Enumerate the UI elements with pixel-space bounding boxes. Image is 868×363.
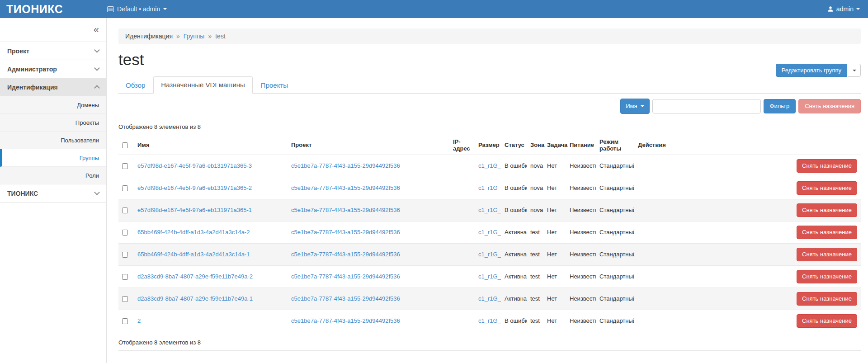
sidebar-collapse-button[interactable]: « xyxy=(94,25,99,35)
context-label: Default • admin xyxy=(117,5,160,13)
chevron-down-icon xyxy=(94,189,100,195)
row-checkbox[interactable] xyxy=(122,230,128,236)
sidebar-item-roles[interactable]: Роли xyxy=(0,167,106,184)
task-cell: Нет xyxy=(547,251,557,258)
flavor-link[interactable]: c1_r1G_d0 xyxy=(478,273,501,280)
power-cell: Неизвестно xyxy=(570,207,596,213)
remove-assignment-button[interactable]: Снять назначение xyxy=(797,248,857,261)
row-checkbox[interactable] xyxy=(122,252,128,258)
zone-cell: test xyxy=(530,317,540,324)
breadcrumb-separator: » xyxy=(176,33,180,40)
flavor-link[interactable]: c1_r1G_d0 xyxy=(478,162,501,169)
work-mode-cell: Стандартный xyxy=(599,251,634,258)
remove-assignment-button[interactable]: Снять назначение xyxy=(797,159,857,173)
page-title: test xyxy=(118,51,861,69)
breadcrumb-item-groups-link[interactable]: Группы xyxy=(184,33,205,40)
vm-name-link[interactable]: 65bb469f-424b-4dff-a1d3-4a2d41a3c14a-2 xyxy=(137,229,250,236)
main-content: Идентификация » Группы » test test Редак… xyxy=(107,28,868,351)
remove-assignments-button[interactable]: Снять назначения xyxy=(798,99,861,113)
sidebar-section-project[interactable]: Проект xyxy=(0,42,106,60)
vm-name-link[interactable]: d2a83cd9-8ba7-4807-a29e-f59e11b7e49a-1 xyxy=(137,295,253,302)
status-cell: Активна xyxy=(505,251,527,258)
column-header-task: Задача xyxy=(543,136,566,155)
filter-button[interactable]: Фильтр xyxy=(764,99,796,113)
vm-name-link[interactable]: 2 xyxy=(137,317,141,324)
task-cell: Нет xyxy=(547,273,557,280)
chevron-down-icon xyxy=(853,70,856,71)
remove-assignment-button[interactable]: Снять назначение xyxy=(797,203,857,217)
zone-cell: test xyxy=(530,273,540,280)
sidebar-section-identity[interactable]: Идентификация xyxy=(0,78,106,96)
project-link[interactable]: c5e1be7a-7787-4f43-a155-29d94492f536 xyxy=(291,162,400,169)
sidebar-item-label: Роли xyxy=(85,172,99,179)
remove-assignment-button[interactable]: Снять назначение xyxy=(797,314,857,328)
status-cell: Активна xyxy=(505,295,527,302)
project-link[interactable]: c5e1be7a-7787-4f43-a155-29d94492f536 xyxy=(291,295,400,302)
zone-cell: test xyxy=(530,229,540,236)
column-header-name: Имя xyxy=(134,136,288,155)
tab-assigned-vdi[interactable]: Назначенные VDI машины xyxy=(153,76,253,94)
sidebar-section-admin[interactable]: Администратор xyxy=(0,60,106,78)
flavor-link[interactable]: c1_r1G_d0 xyxy=(478,229,501,236)
vm-name-link[interactable]: e57df98d-e167-4e5f-97a6-eb131971a365-2 xyxy=(137,184,252,191)
zone-cell: nova xyxy=(530,207,543,213)
flavor-link[interactable]: c1_r1G_d0 xyxy=(478,207,501,213)
tab-overview[interactable]: Обзор xyxy=(118,77,152,94)
tab-projects[interactable]: Проекты xyxy=(254,77,295,94)
work-mode-cell: Стандартный xyxy=(599,295,634,302)
sidebar-item-domains[interactable]: Домены xyxy=(0,96,106,114)
task-cell: Нет xyxy=(547,317,557,324)
status-cell: Активна xyxy=(505,273,527,280)
sidebar-item-projects[interactable]: Проекты xyxy=(0,114,106,132)
vm-name-link[interactable]: d2a83cd9-8ba7-4807-a29e-f59e11b7e49a-2 xyxy=(137,273,253,280)
filter-field-dropdown[interactable]: Имя xyxy=(620,99,649,114)
sidebar-section-tionix[interactable]: ТИОНИКС xyxy=(0,184,106,203)
power-cell: Неизвестно xyxy=(570,162,596,169)
project-link[interactable]: c5e1be7a-7787-4f43-a155-29d94492f536 xyxy=(291,251,400,258)
task-cell: Нет xyxy=(547,184,557,191)
project-link[interactable]: c5e1be7a-7787-4f43-a155-29d94492f536 xyxy=(291,207,400,213)
flavor-link[interactable]: c1_r1G_d0 xyxy=(478,251,501,258)
row-checkbox[interactable] xyxy=(122,274,128,280)
row-checkbox[interactable] xyxy=(122,296,128,302)
work-mode-cell: Стандартный xyxy=(599,184,634,191)
power-cell: Неизвестно xyxy=(570,184,596,191)
sidebar-item-label: Домены xyxy=(77,102,99,108)
flavor-link[interactable]: c1_r1G_d0 xyxy=(478,317,501,324)
sidebar-section-label: Администратор xyxy=(7,66,57,73)
edit-group-dropdown-toggle[interactable] xyxy=(848,64,861,77)
select-all-checkbox[interactable] xyxy=(122,142,128,148)
power-cell: Неизвестно xyxy=(570,251,596,258)
project-link[interactable]: c5e1be7a-7787-4f43-a155-29d94492f536 xyxy=(291,184,400,191)
status-cell: В ошибке xyxy=(505,162,527,169)
sidebar-item-groups[interactable]: Группы xyxy=(0,149,106,167)
row-checkbox[interactable] xyxy=(122,163,128,169)
vm-name-link[interactable]: 65bb469f-424b-4dff-a1d3-4a2d41a3c14a-1 xyxy=(137,251,250,258)
remove-assignment-button[interactable]: Снять назначение xyxy=(797,226,857,239)
filter-search-input[interactable] xyxy=(652,99,761,113)
column-header-size: Размер xyxy=(475,136,501,155)
work-mode-cell: Стандартный xyxy=(599,207,634,213)
table-row: 65bb469f-424b-4dff-a1d3-4a2d41a3c14a-2 c… xyxy=(118,221,861,243)
vm-name-link[interactable]: e57df98d-e167-4e5f-97a6-eb131971a365-1 xyxy=(137,207,252,213)
project-link[interactable]: c5e1be7a-7787-4f43-a155-29d94492f536 xyxy=(291,229,400,236)
vm-name-link[interactable]: e57df98d-e167-4e5f-97a6-eb131971a365-3 xyxy=(137,162,252,169)
power-cell: Неизвестно xyxy=(570,317,596,324)
row-checkbox[interactable] xyxy=(122,185,128,191)
column-header-zone: Зона xyxy=(527,136,543,155)
project-link[interactable]: c5e1be7a-7787-4f43-a155-29d94492f536 xyxy=(291,317,400,324)
edit-group-button[interactable]: Редактировать группу xyxy=(776,64,847,77)
row-checkbox[interactable] xyxy=(122,318,128,324)
remove-assignment-button[interactable]: Снять назначение xyxy=(797,181,857,195)
context-switcher[interactable]: Default • admin xyxy=(107,5,167,13)
row-checkbox[interactable] xyxy=(122,207,128,213)
flavor-link[interactable]: c1_r1G_d0 xyxy=(478,184,501,191)
table-row: e57df98d-e167-4e5f-97a6-eb131971a365-2 c… xyxy=(118,177,861,199)
sidebar-item-users[interactable]: Пользователи xyxy=(0,132,106,149)
project-link[interactable]: c5e1be7a-7787-4f43-a155-29d94492f536 xyxy=(291,273,400,280)
remove-assignment-button[interactable]: Снять назначение xyxy=(797,270,857,283)
flavor-link[interactable]: c1_r1G_d0 xyxy=(478,295,501,302)
remove-assignment-button[interactable]: Снять назначение xyxy=(797,292,857,306)
user-menu[interactable]: admin xyxy=(827,5,868,13)
chevron-down-icon xyxy=(163,8,167,10)
